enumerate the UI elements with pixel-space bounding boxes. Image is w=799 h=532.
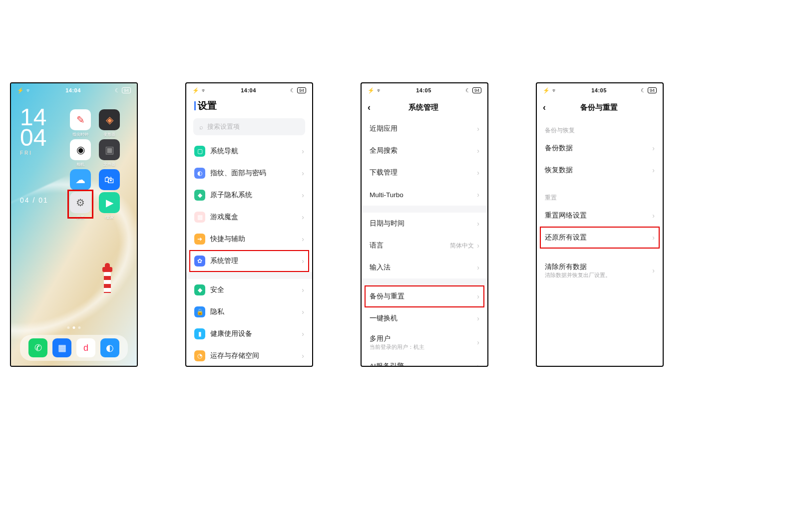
phone-reset: ⚡ᯤ 14:05 ☾94 ‹ 备份与重置 备份与恢复 备份数据›恢复数据› 重置… <box>536 82 664 367</box>
row-label: 备份数据 <box>545 144 652 153</box>
row-系统管理[interactable]: ✿系统管理› <box>186 250 312 272</box>
row-多用户[interactable]: 多用户当前登录的用户：机主› <box>362 329 487 355</box>
chevron-right-icon: › <box>477 220 479 228</box>
app-tile-icon: ⚙ <box>70 192 91 213</box>
row-健康使用设备[interactable]: ▮健康使用设备› <box>186 323 312 345</box>
header: ‹ 备份与重置 <box>537 97 663 118</box>
page-indicator[interactable] <box>67 326 81 329</box>
row-icon: ◆ <box>194 190 205 201</box>
dock-app[interactable]: ✆ <box>28 338 47 357</box>
row-icon: ◆ <box>194 284 205 295</box>
app-tile-icon: ☁ <box>70 169 91 190</box>
app-指尖时钟[interactable]: ✎指尖时钟 <box>70 109 91 137</box>
row-近期应用[interactable]: 近期应用› <box>362 118 487 140</box>
row-原子隐私系统[interactable]: ◆原子隐私系统› <box>186 184 312 206</box>
section-label: 重置 <box>537 181 663 205</box>
battery-icon: 94 <box>472 87 481 93</box>
row-label: 安全 <box>210 285 302 294</box>
chevron-right-icon: › <box>652 166 655 174</box>
app-label: 相机 <box>70 162 91 167</box>
row-游戏魔盒[interactable]: ▦游戏魔盒› <box>186 206 312 228</box>
row-系统导航[interactable]: ▢系统导航› <box>186 140 312 162</box>
clock-widget[interactable]: 14 04 FRI <box>20 107 46 155</box>
dock-app[interactable]: ◐ <box>100 338 119 357</box>
row-label: 多用户 <box>370 334 477 343</box>
row-指纹、面部与密码[interactable]: ◐指纹、面部与密码› <box>186 162 312 184</box>
back-button[interactable]: ‹ <box>543 102 554 113</box>
section-separator <box>362 278 487 285</box>
row-label: 输入法 <box>370 263 477 272</box>
chevron-right-icon: › <box>652 144 655 152</box>
app-label: 文件器 <box>99 162 120 167</box>
app-相机[interactable]: ◉相机 <box>70 139 91 167</box>
row-label: 原子隐私系统 <box>210 191 302 200</box>
status-time: 14:04 <box>65 87 81 93</box>
page-title: 系统管理 <box>379 103 468 112</box>
page-title: 设置 <box>186 97 312 117</box>
row-label: 恢复数据 <box>545 166 652 175</box>
row-备份与重置[interactable]: 备份与重置› <box>362 285 487 307</box>
chevron-right-icon: › <box>477 125 479 133</box>
app-文件器[interactable]: ▣文件器 <box>99 139 120 167</box>
row-运存与存储空间[interactable]: ◔运存与存储空间› <box>186 345 312 367</box>
row-语言[interactable]: 语言简体中文› <box>362 235 487 257</box>
sysmgmt-list: 近期应用›全局搜索›下载管理›Multi-Turbo› 日期与时间›语言简体中文… <box>362 118 487 367</box>
phone-sysmgmt: ⚡ᯤ 14:05 ☾94 ‹ 系统管理 近期应用›全局搜索›下载管理›Multi… <box>361 82 488 367</box>
wifi-icon: ᯤ <box>26 87 31 93</box>
row-输入法[interactable]: 输入法› <box>362 257 487 278</box>
chevron-right-icon: › <box>302 308 304 316</box>
chevron-right-icon: › <box>477 292 479 300</box>
row-隐私[interactable]: 🔒隐私› <box>186 301 312 323</box>
row-label: 运存与存储空间 <box>210 351 302 360</box>
row-label: Multi-Turbo <box>370 191 477 199</box>
search-icon: ⌕ <box>199 123 203 131</box>
dock-app[interactable]: ▦ <box>52 338 71 357</box>
date-widget[interactable]: 04 / 01 <box>20 196 48 204</box>
status-bar: ⚡ᯤ 14:05 ☾94 <box>537 83 663 97</box>
row-备份数据[interactable]: 备份数据› <box>537 137 663 159</box>
row-AI服务引擎[interactable]: AI服务引擎› <box>362 355 487 367</box>
row-下载管理[interactable]: 下载管理› <box>362 162 487 184</box>
row-icon: ✿ <box>194 256 205 266</box>
row-快捷与辅助[interactable]: ➜快捷与辅助› <box>186 228 312 250</box>
row-全局搜索[interactable]: 全局搜索› <box>362 140 487 162</box>
status-bar: ⚡ᯤ 14:04 ☾94 <box>11 83 137 97</box>
chevron-right-icon: › <box>302 191 304 199</box>
row-subtitle: 清除数据并恢复出厂设置。 <box>545 272 652 279</box>
row-label: 下载管理 <box>370 168 477 177</box>
app-i管家[interactable]: ▶i管家 <box>99 192 120 220</box>
row-还原所有设置[interactable]: 还原所有设置› <box>537 227 663 249</box>
row-重置网络设置[interactable]: 重置网络设置› <box>537 205 663 227</box>
row-label: 系统管理 <box>210 257 302 266</box>
chevron-right-icon: › <box>477 314 479 322</box>
phone-home: ⚡ᯤ 14:04 ☾94 14 04 FRI 04 / 01 ✎指尖时钟◈变形器… <box>10 82 138 367</box>
chevron-right-icon: › <box>302 235 304 243</box>
app-tile-icon: 🛍 <box>99 169 120 190</box>
back-button[interactable]: ‹ <box>368 102 379 113</box>
chevron-right-icon: › <box>477 362 479 367</box>
row-icon: ▮ <box>194 328 205 339</box>
chevron-right-icon: › <box>302 330 304 338</box>
app-label: i管家 <box>99 215 120 220</box>
app-设置[interactable]: ⚙设置 <box>70 192 91 220</box>
row-安全[interactable]: ◆安全› <box>186 279 312 301</box>
page-title: 备份与重置 <box>554 103 644 112</box>
search-input[interactable]: ⌕ 搜索设置项 <box>193 118 305 135</box>
row-Multi-Turbo[interactable]: Multi-Turbo› <box>362 184 487 206</box>
wifi-icon: ᯤ <box>377 87 382 93</box>
dock-app[interactable]: d <box>76 338 95 357</box>
row-label: 重置网络设置 <box>545 211 652 220</box>
app-row-4: ⚙设置▶i管家 <box>70 192 120 220</box>
row-日期与时间[interactable]: 日期与时间› <box>362 213 487 235</box>
chevron-right-icon: › <box>302 147 304 155</box>
row-恢复数据[interactable]: 恢复数据› <box>537 159 663 181</box>
chevron-right-icon: › <box>652 266 655 274</box>
row-清除所有数据[interactable]: 清除所有数据清除数据并恢复出厂设置。› <box>537 258 663 283</box>
row-一键换机[interactable]: 一键换机› <box>362 307 487 329</box>
app-row-2: ◉相机▣文件器 <box>70 139 120 167</box>
app-tile-icon: ◈ <box>99 109 120 130</box>
chevron-right-icon: › <box>477 147 479 155</box>
charge-icon: ⚡ <box>368 87 375 94</box>
app-变形器[interactable]: ◈变形器 <box>99 109 120 137</box>
battery-icon: 94 <box>297 87 306 93</box>
